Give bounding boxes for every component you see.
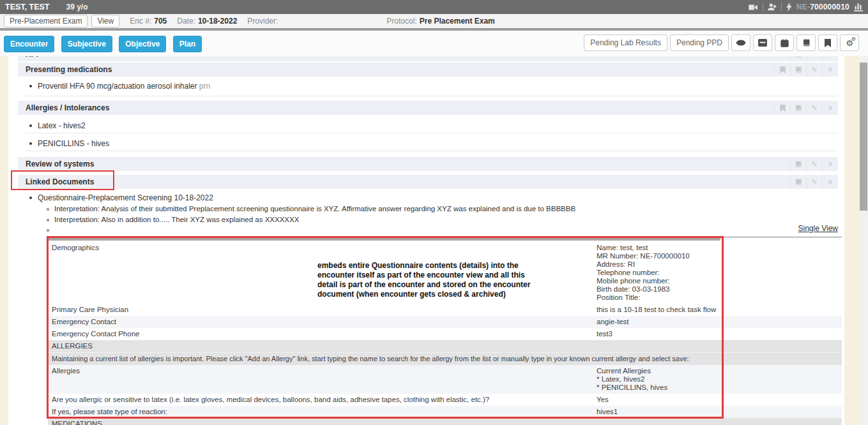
close-icon[interactable]: ✕ [822, 157, 838, 171]
section-title: Review of systems [18, 160, 94, 168]
interpretation-item: Interpretation: Also in addition to.....… [47, 216, 299, 223]
medication-frequency: prn [199, 82, 210, 91]
questionnaire-table: Demographics Name: test, test MR Number:… [48, 237, 842, 425]
encounter-tab-button[interactable]: Encounter [4, 36, 54, 52]
table-row-allergies-header: ALLERGIES [48, 340, 842, 353]
interpretation-text: Interpretation: Also in addition to.....… [54, 216, 299, 223]
calendar-check-icon[interactable] [775, 34, 794, 51]
close-icon[interactable]: ✕ [822, 175, 838, 189]
journal-icon[interactable] [790, 175, 806, 189]
inbox-icon[interactable] [753, 34, 772, 51]
journal-icon[interactable] [790, 56, 806, 61]
patient-header-actions: NE-700000010 [749, 0, 863, 14]
protocol-label: Protocol: [386, 17, 416, 26]
section-title: HPI [18, 56, 38, 59]
edit-pencil-icon[interactable]: ✎ [806, 175, 822, 189]
section-title: Presenting medications [18, 65, 112, 74]
handwritten-annotation-note: embeds entire Questionnaire contents (de… [317, 261, 592, 299]
scrollbar-thumb[interactable] [860, 63, 867, 211]
content-scroll-area: HPI ✎ ✕ Presenting medications ✎ ✕ [0, 56, 859, 425]
objective-tab-button[interactable]: Objective [119, 36, 166, 52]
gears-icon[interactable]: ⚙⚙ [840, 34, 859, 51]
eye-icon[interactable] [731, 34, 750, 51]
section-actions: ✎ ✕ [774, 101, 838, 115]
close-icon[interactable]: ✕ [822, 101, 838, 115]
section-header-linked-documents[interactable]: Linked Documents ✎ ✕ [18, 175, 838, 189]
close-icon[interactable]: ✕ [822, 56, 838, 61]
close-icon[interactable]: ✕ [822, 63, 838, 77]
table-row-medications-header: MEDICATIONS [48, 418, 842, 425]
protocol-value: Pre Placement Exam [420, 17, 495, 26]
video-camera-icon[interactable] [749, 4, 758, 11]
table-row-primary-care-physician: Primary Care Physician this is a 10-18 t… [48, 304, 842, 316]
date-value: 10-18-2022 [198, 17, 237, 26]
section-actions: ✎ ✕ [790, 157, 838, 171]
mr-number: 700000010 [810, 3, 849, 11]
bullet-circle [47, 219, 49, 221]
bullet-circle [47, 208, 49, 211]
edit-pencil-icon[interactable]: ✎ [806, 63, 822, 77]
edit-pencil-icon[interactable]: ✎ [806, 157, 822, 171]
allergy-text: Latex - hives2 [38, 121, 86, 130]
interpretation-item: Interpretation: Analysis of their submit… [47, 205, 575, 212]
list-separator [26, 151, 838, 151]
bookmark-icon[interactable] [774, 63, 790, 77]
encounter-bar: Pre-Placement Exam View Enc #: 705 Date:… [0, 14, 868, 31]
section-title: Allergies / Intolerances [18, 103, 109, 112]
plan-tab-button[interactable]: Plan [173, 36, 202, 52]
person-add-icon[interactable] [768, 3, 777, 11]
mr-prefix: NE- [796, 3, 810, 11]
table-row-emergency-contact: Emergency Contact angie-test [48, 316, 842, 328]
section-header-hpi[interactable]: HPI ✎ ✕ [18, 56, 838, 61]
lightning-bolt-icon[interactable] [786, 3, 792, 11]
medication-text: Proventil HFA 90 mcg/actuation aerosol i… [38, 82, 197, 91]
section-hpi-clipped: HPI ✎ ✕ [18, 56, 838, 61]
table-row-reaction-type: If yes, please state type of reaction: h… [48, 406, 842, 418]
medication-list-item: Proventil HFA 90 mcg/actuation aerosol i… [29, 82, 210, 91]
table-row-allergies-instruction: Maintaining a current list of allergies … [48, 353, 842, 365]
section-header-presenting-medications[interactable]: Presenting medications ✎ ✕ [18, 63, 838, 77]
app-root: TEST, TEST 39 y/o NE-700000010 Pre-Place… [0, 0, 868, 425]
interpretation-item-empty [47, 226, 54, 234]
toolbar-right-group: Pending Lab Results Pending PPD ⚙⚙ [584, 34, 859, 51]
patient-name: TEST, TEST [5, 3, 49, 11]
divider [763, 3, 763, 11]
allergy-text: PENICILLINS - hives [38, 139, 109, 148]
view-button[interactable]: View [91, 15, 119, 27]
journal-icon[interactable] [790, 101, 806, 115]
provider-label: Provider: [247, 17, 278, 26]
bullet-dot [29, 85, 32, 87]
bar-chart-icon[interactable] [854, 3, 863, 11]
section-actions: ✎ ✕ [774, 63, 838, 77]
patient-age: 39 y/o [66, 3, 88, 11]
edit-pencil-icon[interactable]: ✎ [806, 56, 822, 61]
section-header-allergies-intolerances[interactable]: Allergies / Intolerances ✎ ✕ [18, 101, 838, 115]
section-actions: ✎ ✕ [790, 175, 838, 189]
single-view-link[interactable]: Single View [798, 224, 838, 233]
table-row-demographics: Demographics Name: test, test MR Number:… [48, 242, 842, 304]
pre-placement-exam-button[interactable]: Pre-Placement Exam [4, 15, 88, 27]
enc-number-value: 705 [154, 17, 167, 26]
row-value: Current Allergies * Latex, hives2 * PENI… [594, 365, 842, 394]
bookmark-icon[interactable] [818, 34, 837, 51]
journal-icon[interactable] [796, 34, 816, 51]
table-row-emergency-contact-phone: Emergency Contact Phone test3 [48, 328, 842, 340]
divider [781, 3, 782, 11]
row-value: Name: test, test MR Number: NE-700000010… [594, 242, 842, 304]
encounter-note-panel: HPI ✎ ✕ Presenting medications ✎ ✕ [8, 56, 844, 425]
edit-pencil-icon[interactable]: ✎ [806, 101, 822, 115]
journal-icon[interactable] [790, 157, 806, 171]
list-separator [26, 96, 838, 96]
patient-header-bar: TEST, TEST 39 y/o NE-700000010 [0, 0, 868, 14]
subjective-tab-button[interactable]: Subjective [61, 36, 112, 52]
pending-lab-results-button[interactable]: Pending Lab Results [584, 34, 667, 51]
bullet-circle [47, 229, 49, 232]
enc-number-label: Enc #: [130, 17, 151, 26]
linked-document-title: Questionnaire-Preplacement Screening 10-… [38, 193, 213, 202]
interpretation-text: Interpretation: Analysis of their submit… [54, 205, 575, 212]
journal-icon[interactable] [790, 63, 806, 77]
section-header-review-of-systems[interactable]: Review of systems ✎ ✕ [18, 157, 838, 171]
vertical-scrollbar[interactable] [859, 56, 868, 425]
pending-ppd-button[interactable]: Pending PPD [670, 34, 729, 51]
bookmark-icon[interactable] [774, 101, 790, 115]
